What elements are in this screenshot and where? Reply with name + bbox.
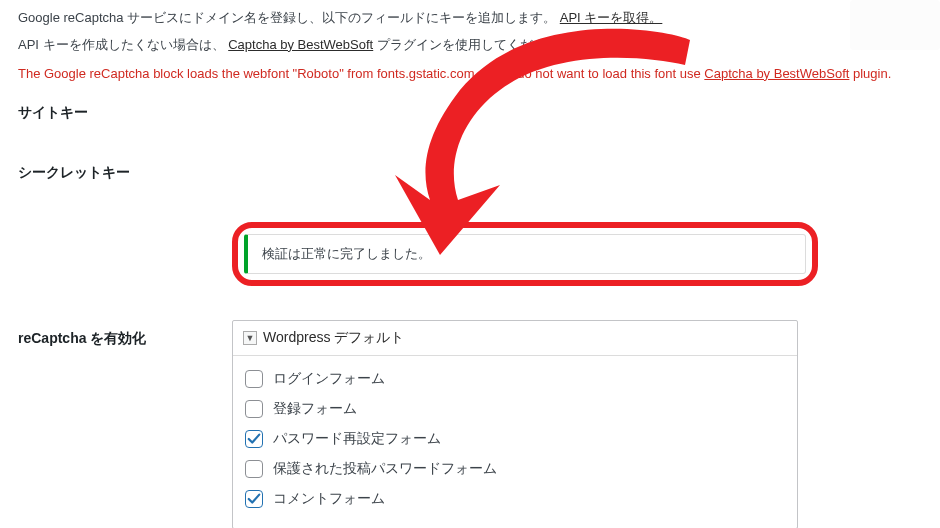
collapse-toggle-icon[interactable]: ▼ [243, 331, 257, 345]
form-option-0[interactable]: ログインフォーム [245, 370, 785, 388]
site-key-row: サイトキー [18, 102, 922, 124]
intro-line-1: Google reCaptcha サービスにドメイン名を登録し、以下のフィールド… [18, 8, 922, 29]
panel-title: Wordpress デフォルト [263, 329, 404, 347]
checkbox[interactable] [245, 460, 263, 478]
warning-post: plugin. [849, 66, 891, 81]
site-key-value [232, 102, 922, 124]
checkbox[interactable] [245, 370, 263, 388]
checkbox-label: パスワード再設定フォーム [273, 430, 441, 448]
enable-recaptcha-row: reCaptcha を有効化 ▼ Wordpress デフォルト ログインフォー… [18, 320, 922, 528]
form-option-1[interactable]: 登録フォーム [245, 400, 785, 418]
intro-text-1: Google reCaptcha サービスにドメイン名を登録し、以下のフィールド… [18, 10, 556, 25]
warning-plugin-link[interactable]: Captcha by BestWebSoft [704, 66, 849, 81]
decorative-shadow [850, 0, 940, 50]
intro-text-2b: プラグインを使用してください。 [377, 37, 572, 52]
wordpress-default-panel: ▼ Wordpress デフォルト ログインフォーム登録フォームパスワード再設定… [232, 320, 798, 528]
secret-key-row: シークレットキー [18, 162, 922, 184]
status-message: 検証は正常に完了しました。 [262, 246, 431, 261]
secret-key-value [232, 162, 922, 184]
form-option-3[interactable]: 保護された投稿パスワードフォーム [245, 460, 785, 478]
status-container: 検証は正常に完了しました。 [232, 222, 922, 286]
font-warning: The Google reCaptcha block loads the web… [18, 64, 922, 85]
checkbox[interactable] [245, 430, 263, 448]
intro-text-2a: API キーを作成したくない場合は、 [18, 37, 225, 52]
intro-line-2: API キーを作成したくない場合は、 Captcha by BestWebSof… [18, 35, 922, 56]
status-highlight-ring: 検証は正常に完了しました。 [232, 222, 818, 286]
validation-success-notice: 検証は正常に完了しました。 [244, 234, 806, 274]
checkbox[interactable] [245, 400, 263, 418]
form-option-2[interactable]: パスワード再設定フォーム [245, 430, 785, 448]
warning-pre: The Google reCaptcha block loads the web… [18, 66, 704, 81]
form-option-4[interactable]: コメントフォーム [245, 490, 785, 508]
site-key-label: サイトキー [18, 104, 232, 122]
enable-recaptcha-label: reCaptcha を有効化 [18, 320, 232, 348]
get-api-key-link[interactable]: API キーを取得。 [560, 10, 663, 25]
checkbox-label: 保護された投稿パスワードフォーム [273, 460, 497, 478]
checkbox[interactable] [245, 490, 263, 508]
checkbox-label: コメントフォーム [273, 490, 385, 508]
secret-key-label: シークレットキー [18, 164, 232, 182]
panel-body: ログインフォーム登録フォームパスワード再設定フォーム保護された投稿パスワードフォ… [233, 356, 797, 528]
checkbox-label: ログインフォーム [273, 370, 385, 388]
chevron-down-icon: ▼ [246, 333, 255, 343]
panel-header[interactable]: ▼ Wordpress デフォルト [233, 321, 797, 356]
captcha-plugin-link[interactable]: Captcha by BestWebSoft [228, 37, 373, 52]
checkbox-label: 登録フォーム [273, 400, 357, 418]
